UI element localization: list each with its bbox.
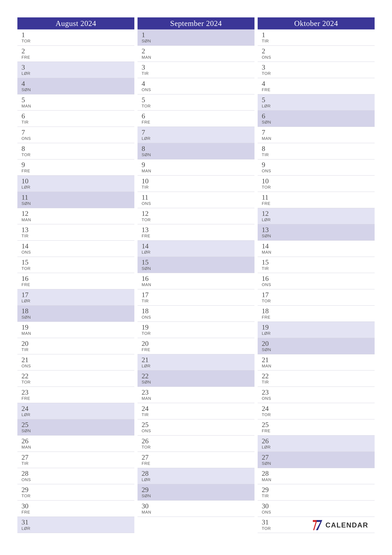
- day-number: 19: [21, 324, 134, 331]
- day-of-week-label: ONS: [262, 396, 375, 401]
- day-of-week-label: ONS: [142, 315, 255, 320]
- day-of-week-label: MAN: [142, 55, 255, 60]
- day-of-week-label: SØN: [21, 428, 134, 433]
- day-of-week-label: MAN: [262, 477, 375, 482]
- day-number: 11: [262, 194, 375, 201]
- day-number: 30: [262, 503, 375, 510]
- day-of-week-label: SØN: [262, 461, 375, 466]
- day-number: 22: [262, 372, 375, 380]
- day-of-week-label: TIR: [262, 266, 375, 271]
- day-row: 26MAN: [17, 436, 134, 452]
- day-row: 6SØN: [258, 110, 375, 127]
- day-of-week-label: FRE: [142, 234, 255, 238]
- day-row: 21ONS: [17, 354, 134, 371]
- day-row: 25ONS: [137, 419, 255, 436]
- day-number: 4: [21, 80, 134, 87]
- day-number: 3: [262, 64, 375, 71]
- day-row: 8TOR: [17, 143, 134, 160]
- day-row: 5LØR: [258, 95, 375, 111]
- day-row: 8SØN: [137, 143, 255, 160]
- day-of-week-label: TIR: [142, 412, 255, 417]
- day-of-week-label: TOR: [142, 445, 255, 450]
- day-of-week-label: LØR: [262, 217, 375, 222]
- day-of-week-label: MAN: [262, 136, 375, 141]
- day-of-week-label: LØR: [262, 331, 375, 336]
- day-of-week-label: SØN: [142, 266, 255, 271]
- day-of-week-label: TIR: [262, 493, 375, 498]
- day-row: 17LØR: [17, 289, 134, 306]
- day-number: 13: [142, 226, 255, 234]
- day-row: 4FRE: [258, 78, 375, 95]
- day-number: 5: [262, 96, 375, 104]
- day-of-week-label: SØN: [262, 234, 375, 238]
- day-row: 25FRE: [258, 419, 375, 436]
- day-number: 9: [262, 161, 375, 168]
- day-of-week-label: TOR: [21, 380, 134, 385]
- month-columns: August 20241TOR2FRE3LØR4SØN5MAN6TIR7ONS8…: [17, 17, 375, 538]
- day-number: 12: [262, 210, 375, 217]
- day-of-week-label: SØN: [262, 347, 375, 352]
- day-row: 15SØN: [137, 257, 255, 273]
- day-number: 24: [262, 405, 375, 412]
- day-row: 21MAN: [258, 354, 375, 371]
- day-of-week-label: ONS: [21, 364, 134, 368]
- day-row: 12MAN: [17, 208, 134, 225]
- day-number: 29: [262, 486, 375, 493]
- day-of-week-label: FRE: [142, 461, 255, 466]
- month-header: Oktober 2024: [258, 17, 375, 29]
- day-number: 9: [142, 161, 255, 168]
- day-row: 17TOR: [258, 289, 375, 306]
- day-of-week-label: MAN: [142, 396, 255, 401]
- day-of-week-label: SØN: [262, 120, 375, 125]
- day-row: 2ONS: [258, 46, 375, 62]
- day-number: 8: [21, 145, 134, 152]
- day-row: 19MAN: [17, 322, 134, 338]
- day-row: 23ONS: [258, 387, 375, 403]
- brand-word: CALENDAR: [325, 521, 368, 529]
- day-of-week-label: FRE: [21, 396, 134, 401]
- day-number: 18: [21, 307, 134, 315]
- day-row: 7LØR: [137, 127, 255, 143]
- day-row: 28MAN: [258, 468, 375, 484]
- day-number: 5: [21, 96, 134, 104]
- day-row: 28ONS: [17, 468, 134, 484]
- day-row: 12TOR: [137, 208, 255, 225]
- day-number: 1: [142, 31, 255, 39]
- day-row: 25SØN: [17, 419, 134, 436]
- day-of-week-label: FRE: [262, 87, 375, 92]
- day-number: 20: [21, 340, 134, 347]
- day-number: 27: [262, 454, 375, 461]
- day-of-week-label: LØR: [142, 250, 255, 255]
- day-number: 26: [142, 438, 255, 445]
- day-of-week-label: TIR: [262, 39, 375, 44]
- day-row: 22TIR: [258, 371, 375, 387]
- day-of-week-label: ONS: [262, 282, 375, 287]
- day-row: 23MAN: [137, 387, 255, 403]
- day-number: 1: [21, 31, 134, 39]
- day-of-week-label: LØR: [142, 136, 255, 141]
- day-row: 14MAN: [258, 241, 375, 257]
- day-of-week-label: TIR: [142, 185, 255, 190]
- day-number: 29: [21, 486, 134, 493]
- day-of-week-label: FRE: [262, 315, 375, 320]
- day-of-week-label: ONS: [21, 250, 134, 255]
- day-number: 20: [142, 340, 255, 347]
- day-number: 26: [21, 438, 134, 445]
- day-number: 24: [142, 405, 255, 412]
- day-row: 30FRE: [17, 501, 134, 517]
- day-number: 28: [262, 470, 375, 477]
- day-number: 14: [142, 242, 255, 250]
- day-of-week-label: ONS: [142, 428, 255, 433]
- day-row: 7MAN: [258, 127, 375, 143]
- day-of-week-label: MAN: [21, 331, 134, 336]
- day-number: 24: [21, 405, 134, 412]
- day-number: 29: [142, 486, 255, 493]
- day-of-week-label: MAN: [21, 445, 134, 450]
- day-of-week-label: TOR: [262, 185, 375, 190]
- day-of-week-label: TIR: [142, 71, 255, 76]
- day-of-week-label: MAN: [142, 510, 255, 515]
- day-number: 12: [21, 210, 134, 217]
- day-number: 23: [262, 389, 375, 396]
- day-row: 1SØN: [137, 29, 255, 46]
- day-number: 15: [262, 259, 375, 266]
